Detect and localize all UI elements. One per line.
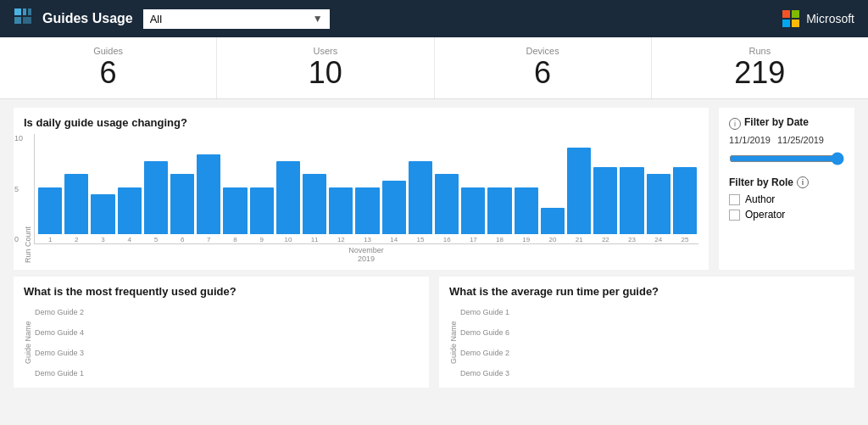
bar-col-4: 4 (118, 187, 142, 243)
operator-checkbox[interactable] (729, 210, 740, 221)
date-slider-container[interactable] (729, 152, 844, 168)
brand-label: Microsoft (806, 12, 854, 25)
bar-chart-row: Run Count 0 5 10 12345678910111213141516… (24, 134, 698, 263)
svg-rect-4 (23, 17, 31, 24)
bar-col-10: 10 (276, 161, 300, 243)
bar-label-11: 11 (311, 236, 319, 243)
bar-col-16: 16 (435, 174, 459, 243)
date-end: 11/25/2019 (777, 135, 824, 145)
bar-label-13: 13 (364, 236, 371, 243)
stat-devices: Devices 6 (435, 37, 652, 98)
avg-label: Demo Guide 3 (460, 366, 509, 381)
stats-row: Guides 6 Users 10 Devices 6 Runs 219 (0, 37, 868, 99)
avg-y-labels: Demo Guide 1Demo Guide 6Demo Guide 2Demo… (460, 305, 509, 381)
stat-guides-value: 6 (0, 58, 216, 88)
date-range: 11/1/2019 11/25/2019 (729, 135, 844, 145)
bar-label-2: 2 (75, 236, 78, 243)
x-axis-title: November2019 (34, 246, 698, 263)
bar-day-6 (170, 174, 194, 234)
bar-day-7 (197, 154, 220, 234)
stat-runs: Runs 219 (652, 37, 868, 98)
stat-users: Users 10 (217, 37, 434, 98)
freq-label: Demo Guide 1 (35, 366, 84, 381)
bar-col-8: 8 (223, 187, 247, 243)
bar-col-5: 5 (144, 161, 168, 243)
avg-horiz-chart: Demo Guide 1Demo Guide 6Demo Guide 2Demo… (460, 305, 515, 381)
author-checkbox-row[interactable]: Author (729, 193, 844, 205)
bar-label-7: 7 (207, 236, 210, 243)
operator-checkbox-row[interactable]: Operator (729, 209, 844, 221)
daily-chart-panel: Is daily guide usage changing? Run Count… (14, 108, 709, 270)
daily-chart-title: Is daily guide usage changing? (24, 116, 698, 129)
bar-label-17: 17 (470, 236, 477, 243)
author-checkbox[interactable] (729, 194, 740, 205)
bar-day-2 (64, 174, 88, 234)
bar-col-12: 12 (329, 187, 353, 243)
bar-day-11 (303, 174, 326, 234)
bar-col-11: 11 (303, 174, 326, 243)
bar-label-21: 21 (576, 236, 583, 243)
bar-day-19 (515, 187, 538, 234)
filter-date-info-icon[interactable]: i (729, 118, 741, 130)
y-tick-10: 10 (14, 134, 23, 143)
bar-day-18 (487, 187, 511, 234)
y-tick-0: 0 (14, 235, 23, 243)
bar-col-24: 24 (647, 174, 670, 243)
bar-label-1: 1 (48, 236, 52, 243)
operator-label: Operator (745, 209, 785, 221)
filter-role-info-icon[interactable]: i (797, 176, 809, 188)
bar-day-5 (144, 161, 168, 234)
bar-day-3 (91, 194, 114, 234)
bar-label-15: 15 (416, 236, 424, 243)
date-start: 11/1/2019 (729, 135, 771, 145)
avg-chart-title: What is the average run time per guide? (449, 285, 844, 298)
bar-day-14 (382, 181, 406, 234)
bar-col-13: 13 (355, 187, 379, 243)
ms-brand: Microsoft (782, 10, 854, 27)
main-content: Is daily guide usage changing? Run Count… (0, 99, 868, 393)
avg-label: Demo Guide 1 (460, 305, 509, 320)
bar-label-4: 4 (127, 236, 131, 243)
bar-col-17: 17 (461, 187, 485, 243)
avg-label: Demo Guide 2 (460, 345, 509, 361)
bar-day-20 (541, 208, 565, 234)
bar-label-20: 20 (549, 236, 557, 243)
bar-day-12 (329, 187, 353, 234)
bottom-row: What is the most frequently used guide? … (14, 277, 854, 388)
filter-dropdown[interactable]: All (143, 9, 330, 29)
chart-area: Is daily guide usage changing? Run Count… (14, 108, 854, 270)
filter-date-title: Filter by Date (744, 116, 809, 128)
freq-label: Demo Guide 3 (35, 345, 84, 361)
bar-day-1 (38, 187, 62, 234)
stat-devices-value: 6 (435, 58, 651, 88)
bar-label-5: 5 (154, 236, 158, 243)
header-left: Guides Usage All ▼ (14, 8, 330, 31)
bar-day-10 (276, 161, 300, 234)
bar-label-10: 10 (284, 236, 292, 243)
stat-runs-value: 219 (652, 58, 868, 88)
bar-col-14: 14 (382, 181, 406, 243)
bar-label-16: 16 (443, 236, 451, 243)
bar-day-22 (593, 167, 617, 234)
bar-col-6: 6 (170, 174, 194, 243)
bar-day-9 (250, 187, 274, 234)
bar-col-7: 7 (197, 154, 220, 243)
bar-day-13 (355, 187, 379, 234)
bar-col-25: 25 (673, 167, 697, 243)
filter-role-title: Filter by Role i (729, 176, 844, 188)
bar-label-3: 3 (101, 236, 104, 243)
bar-label-9: 9 (260, 236, 264, 243)
frequent-chart-title: What is the most frequently used guide? (24, 285, 419, 298)
bar-col-18: 18 (487, 187, 511, 243)
frequent-y-labels: Demo Guide 2Demo Guide 4Demo Guide 3Demo… (35, 305, 84, 381)
bar-col-15: 15 (409, 161, 432, 243)
stat-users-value: 10 (217, 58, 433, 88)
bar-col-23: 23 (620, 167, 643, 243)
filter-dropdown-wrapper[interactable]: All ▼ (143, 9, 330, 29)
frequent-axis-label: Guide Name (24, 305, 32, 381)
date-slider[interactable] (729, 152, 844, 165)
svg-rect-2 (28, 8, 31, 15)
bar-chart: 0 5 10 123456789101112131415161718192021… (34, 134, 698, 244)
bar-label-6: 6 (181, 236, 184, 243)
avg-chart-wrapper: Guide Name Demo Guide 1Demo Guide 6Demo … (449, 305, 844, 381)
